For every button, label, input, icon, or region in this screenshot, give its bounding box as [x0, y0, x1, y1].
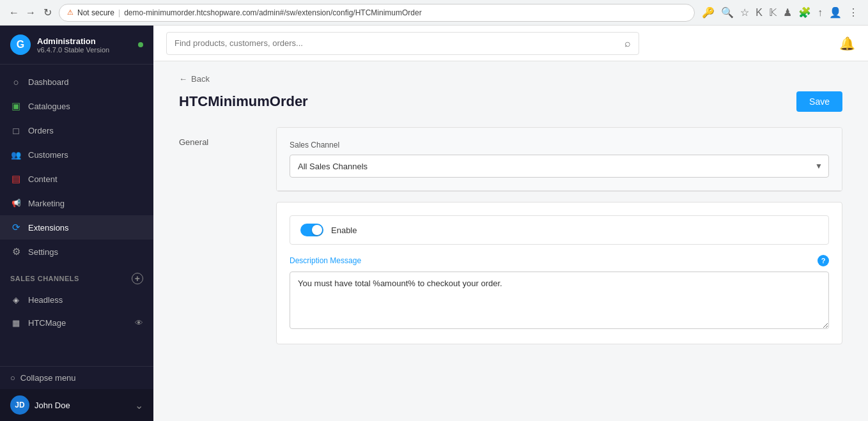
- htcmage-icon: ▦: [10, 317, 22, 328]
- key-icon[interactable]: 🔑: [700, 5, 717, 20]
- sales-channel-label: Sales Channel: [290, 141, 829, 149]
- ext2-icon[interactable]: 𝕂: [767, 5, 779, 20]
- security-label: Not secure: [77, 8, 114, 17]
- headless-label: Headless: [28, 295, 63, 305]
- page-title: HTCMinimumOrder: [179, 93, 308, 110]
- brand-version: v6.4.7.0 Stable Version: [37, 46, 109, 54]
- headless-icon: ◈: [10, 294, 22, 305]
- sidebar-item-headless[interactable]: ◈ Headless: [0, 288, 153, 311]
- sidebar-item-label: Customers: [28, 150, 68, 160]
- sales-channel-select[interactable]: All Sales Channels: [290, 155, 829, 178]
- save-button[interactable]: Save: [796, 91, 842, 112]
- back-arrow-icon: ←: [179, 74, 187, 84]
- form-layout: General Sales Channel All Sales Channels…: [179, 127, 842, 355]
- back-link[interactable]: ← Back: [179, 74, 842, 84]
- forward-nav-button[interactable]: →: [24, 6, 37, 19]
- notification-bell-icon[interactable]: 🔔: [839, 36, 855, 51]
- sales-channels-title: Sales Channels: [10, 275, 79, 282]
- sidebar-item-label: Extensions: [28, 223, 69, 233]
- extensions-icon: ⟳: [10, 222, 22, 233]
- sidebar-logo: G: [10, 34, 31, 55]
- ext3-icon[interactable]: ♟: [781, 5, 794, 20]
- sidebar-item-label: Catalogues: [28, 102, 70, 111]
- menu-icon[interactable]: ⋮: [846, 5, 860, 20]
- sales-channel-section: Sales Channel All Sales Channels ▼: [277, 128, 842, 191]
- sidebar-brand: Administration v6.4.7.0 Stable Version: [37, 36, 109, 54]
- help-icon[interactable]: ?: [818, 255, 829, 266]
- sales-channels-section: Sales Channels +: [0, 264, 153, 288]
- sidebar-item-dashboard[interactable]: ○ Dashboard: [0, 70, 153, 94]
- ext5-icon[interactable]: ↑: [816, 6, 825, 20]
- profile-icon[interactable]: 👤: [827, 5, 844, 20]
- collapse-icon: ○: [10, 373, 15, 383]
- sidebar-item-orders[interactable]: □ Orders: [0, 118, 153, 142]
- search-box[interactable]: ⌕: [166, 32, 639, 55]
- back-nav-button[interactable]: ←: [8, 6, 20, 19]
- sidebar-item-label: Orders: [28, 126, 54, 135]
- search-input[interactable]: [174, 38, 624, 48]
- ext1-icon[interactable]: K: [754, 6, 764, 20]
- sidebar-item-label: Marketing: [28, 199, 65, 208]
- description-field: Description Message ?: [290, 255, 829, 331]
- collapse-menu-button[interactable]: ○ Collapse menu: [0, 366, 153, 389]
- sidebar-item-extensions[interactable]: ⟳ Extensions: [0, 215, 153, 240]
- main-content: ⌕ 🔔 ← Back HTCMinimumOrder Save General: [153, 26, 868, 421]
- enable-toggle[interactable]: [300, 224, 323, 236]
- user-menu-icon[interactable]: ⌄: [135, 399, 143, 411]
- customers-icon: 👥: [10, 149, 22, 160]
- brand-name: Administration: [37, 36, 109, 46]
- dashboard-icon: ○: [10, 76, 22, 88]
- page-header: HTCMinimumOrder Save: [179, 91, 842, 112]
- sales-channel-select-wrapper: All Sales Channels ▼: [290, 155, 829, 178]
- user-name: John Doe: [35, 401, 70, 410]
- sidebar-item-label: Settings: [28, 247, 58, 257]
- sidebar-item-label: Content: [28, 174, 58, 184]
- sidebar-item-content[interactable]: ▤ Content: [0, 167, 153, 191]
- back-label: Back: [191, 74, 210, 84]
- orders-icon: □: [10, 125, 22, 136]
- search-button[interactable]: ⌕: [624, 38, 631, 49]
- sidebar-item-htcmage[interactable]: ▦ HTCMage 👁: [0, 311, 153, 334]
- sidebar-header: G Administration v6.4.7.0 Stable Version: [0, 26, 153, 65]
- marketing-icon: 📢: [10, 197, 22, 209]
- search-browser-icon[interactable]: 🔍: [719, 5, 736, 20]
- browser-actions: 🔑 🔍 ☆ K 𝕂 ♟ 🧩 ↑ 👤 ⋮: [700, 5, 860, 20]
- toggle-knob: [312, 225, 322, 235]
- browser-navigation: ← → ↻: [8, 6, 54, 19]
- sidebar-item-marketing[interactable]: 📢 Marketing: [0, 191, 153, 215]
- section-label: General: [179, 127, 256, 147]
- address-bar[interactable]: ⚠ Not secure | demo-minimumorder.htcshop…: [59, 4, 695, 22]
- sidebar-nav: ○ Dashboard ▣ Catalogues □ Orders 👥 Cust…: [0, 65, 153, 366]
- sidebar-user[interactable]: JD John Doe ⌄: [0, 389, 153, 421]
- enable-toggle-row: Enable: [290, 215, 829, 245]
- star-icon[interactable]: ☆: [738, 5, 751, 20]
- enable-label: Enable: [331, 226, 357, 235]
- sidebar-item-settings[interactable]: ⚙ Settings: [0, 240, 153, 264]
- sidebar-item-catalogues[interactable]: ▣ Catalogues: [0, 94, 153, 118]
- description-field-header: Description Message ?: [290, 255, 829, 266]
- sidebar-item-customers[interactable]: 👥 Customers: [0, 142, 153, 167]
- topbar: ⌕ 🔔: [153, 26, 868, 61]
- config-card: Enable Description Message ?: [276, 202, 842, 344]
- collapse-label: Collapse menu: [20, 373, 76, 383]
- ext4-icon[interactable]: 🧩: [796, 5, 813, 20]
- add-sales-channel-button[interactable]: +: [132, 273, 143, 284]
- sidebar: G Administration v6.4.7.0 Stable Version…: [0, 26, 153, 421]
- sidebar-item-label: Dashboard: [28, 77, 69, 87]
- description-textarea[interactable]: [290, 272, 829, 329]
- form-cards: Sales Channel All Sales Channels ▼: [276, 127, 842, 355]
- description-label: Description Message: [290, 256, 361, 265]
- reload-nav-button[interactable]: ↻: [41, 6, 54, 19]
- eye-icon[interactable]: 👁: [135, 318, 143, 328]
- config-card-body: Enable Description Message ?: [277, 203, 842, 344]
- content-area: ← Back HTCMinimumOrder Save General Sale…: [153, 61, 868, 421]
- online-indicator: [138, 42, 143, 47]
- security-warning-icon: ⚠: [67, 8, 74, 17]
- settings-icon: ⚙: [10, 246, 22, 257]
- url-text: demo-minimumorder.htcshopware.com/admin#…: [124, 8, 422, 17]
- htcmage-label: HTCMage: [28, 318, 66, 328]
- catalogues-icon: ▣: [10, 100, 22, 112]
- content-icon: ▤: [10, 173, 22, 185]
- sales-channel-card: Sales Channel All Sales Channels ▼: [276, 127, 842, 192]
- browser-bar: ← → ↻ ⚠ Not secure | demo-minimumorder.h…: [0, 0, 868, 26]
